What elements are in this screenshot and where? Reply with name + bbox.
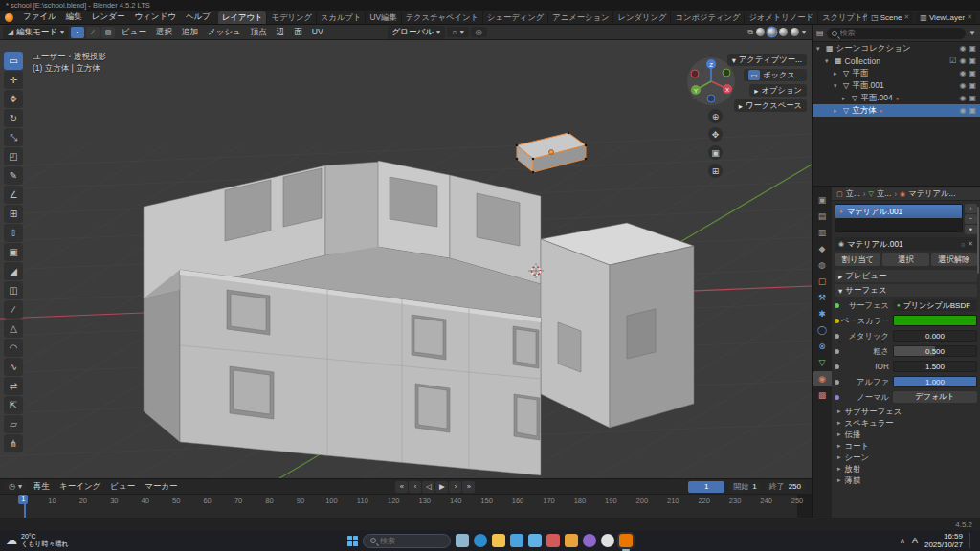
next-keyframe-button[interactable]: › [449,481,461,493]
active-tool-panel-header[interactable]: ▾アクティブツー... [727,54,807,66]
shrink-flatten-tool[interactable]: ⇱ [4,396,23,414]
add-cube-tool[interactable]: ⊞ [4,205,23,223]
outliner-row[interactable]: ▸▽立方体●◉▣ [813,104,980,117]
transform-orientation-dropdown[interactable]: グローバル▾ [388,26,445,39]
taskbar-clock[interactable]: 16:59 2025/10/27 [924,532,963,549]
collapsed-section[interactable]: ▸放射 [835,463,977,474]
knife-tool[interactable]: ∕ [4,300,23,319]
viewport-menu-頂点[interactable]: 頂点 [246,27,272,38]
proportional-edit-dropdown[interactable]: ◎ [471,27,487,37]
spin-tool[interactable]: ◠ [4,339,23,357]
metallic-slider[interactable]: 0.000 [893,330,977,342]
camera-icon[interactable]: ▣ [969,69,976,77]
properties-scrollbar[interactable] [977,207,979,274]
start-button[interactable] [347,536,358,546]
particles-tab[interactable]: ✱ [813,306,832,320]
expand-icon[interactable]: ▾ [834,82,840,90]
zoom-button[interactable]: ⊕ [708,109,723,123]
unlink-material-button[interactable]: ✕ [968,240,973,248]
camera-icon[interactable]: ▣ [969,81,976,90]
poly-build-tool[interactable]: △ [4,320,23,338]
eye-icon[interactable]: ◉ [959,69,966,77]
scene-selector[interactable]: ◳ Scene ✕ [867,12,913,23]
expand-icon[interactable]: ▸ [842,95,849,102]
world-tab[interactable]: ◍ [813,257,832,272]
eye-icon[interactable]: ◉ [959,81,966,90]
active-tool-name[interactable]: ▭ ボックス... [744,69,807,81]
measure-tool[interactable]: ∠ [4,186,23,204]
frame-start-field[interactable]: 開始1 [729,481,760,493]
face-select-button[interactable]: ▨ [101,27,115,38]
filter-icon[interactable]: ▼ [969,29,976,37]
outliner-row[interactable]: ▸▽平面.004●◉▣ [813,92,980,104]
camera-view-button[interactable]: ▣ [708,145,723,160]
cursor-tool[interactable]: ✛ [4,71,23,89]
play-reverse-button[interactable]: ◁ [422,481,434,493]
eye-icon[interactable]: ◉ [959,106,966,115]
expand-icon[interactable]: ▾ [816,45,823,53]
workspace-tab[interactable]: ジオメトリノード [745,11,818,24]
shading-material-button[interactable] [779,28,788,36]
edge-slide-tool[interactable]: ⇄ [4,377,23,395]
breadcrumb-item[interactable]: 立... [877,188,891,199]
workspace-tab[interactable]: スクリプト作成 [818,11,867,24]
outliner-row[interactable]: ▾▽平面.001◉▣ [813,79,980,92]
file-explorer-icon[interactable] [492,534,505,547]
object-data-tab[interactable]: ▽ [813,355,832,369]
slot-specials-button[interactable]: ▾ [965,225,977,234]
menu-ファイル[interactable]: ファイル [18,11,61,23]
timeline-menu-キーイング[interactable]: キーイング [55,481,105,493]
shading-options-icon[interactable]: ▾ [802,28,806,36]
workspace-tab[interactable]: レイアウト [218,11,267,24]
expand-icon[interactable]: ▾ [825,57,832,65]
add-slot-button[interactable]: ＋ [965,204,977,213]
outliner-editor-icon[interactable]: ▤ [816,29,824,37]
expand-icon[interactable]: ▸ [834,70,840,77]
camera-icon[interactable]: ▣ [969,56,976,65]
outliner-row[interactable]: ▾▦シーンコレクション◉▣ [813,42,980,55]
assign-button[interactable]: 割り当て [835,253,880,266]
viewport-menu-辺[interactable]: 辺 [272,27,290,38]
outliner-row[interactable]: ▸▽平面◉▣ [813,67,980,79]
loop-cut-tool[interactable]: ◫ [4,281,23,299]
viewport-menu-メッシュ[interactable]: メッシュ [203,27,246,38]
current-frame-field[interactable]: 1 [688,481,724,493]
ime-indicator[interactable]: A [912,536,918,545]
playhead[interactable]: 1 [24,495,26,518]
texture-tab[interactable]: ▩ [813,387,832,402]
viewport-menu-追加[interactable]: 追加 [177,27,203,38]
menu-レンダー[interactable]: レンダー [87,11,130,23]
edge-select-button[interactable]: ∕ [86,27,100,38]
taskbar-search[interactable] [363,534,451,548]
taskbar-search-input[interactable] [380,537,443,545]
building-model[interactable] [144,161,694,475]
normal-dropdown[interactable]: デフォルト [893,391,977,403]
clock-app-icon[interactable] [583,534,596,547]
surface-section-header[interactable]: ▾サーフェス [835,284,977,297]
breadcrumb-item[interactable]: マテリアル... [908,188,955,199]
constraints-tab[interactable]: ⊗ [813,339,832,353]
material-slot-list[interactable]: ●マテリアル.001 [835,204,963,232]
object-tab[interactable]: ▢ [813,274,832,288]
jump-to-start-button[interactable]: « [395,481,408,493]
photos-icon[interactable] [546,534,560,547]
view-layer-unlink-icon[interactable]: ✕ [967,13,972,21]
camera-icon[interactable]: ▣ [969,106,976,115]
eye-icon[interactable]: ◉ [959,44,966,53]
task-view-icon[interactable] [456,534,469,547]
outliner-search-input[interactable] [840,29,962,37]
annotate-tool[interactable]: ✎ [4,166,23,185]
pan-button[interactable]: ✥ [708,127,723,142]
preview-section-header[interactable]: ▸プレビュー [835,270,977,282]
collapsed-section[interactable]: ▸サブサーフェス [835,406,977,417]
inset-faces-tool[interactable]: ▣ [4,243,23,261]
render-tab[interactable]: ▣ [813,192,832,207]
outliner-row[interactable]: ▾▦Collection☑◉▣ [813,55,980,67]
checkbox-icon[interactable]: ☑ [949,56,956,65]
collapsed-section[interactable]: ▸シーン [835,452,977,463]
xray-toggle-icon[interactable]: ⧉ [747,28,753,37]
menu-編集[interactable]: 編集 [61,11,87,23]
material-slot[interactable]: ●マテリアル.001 [835,205,962,218]
mode-dropdown[interactable]: ◢ 編集モード ▾ [3,26,69,39]
shading-solid-button[interactable] [768,28,776,36]
